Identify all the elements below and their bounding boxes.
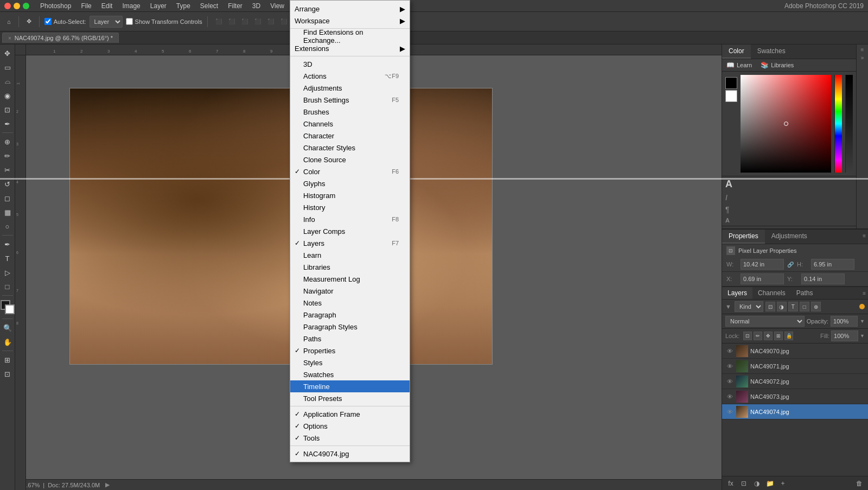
blend-mode-select[interactable]: Normal	[725, 316, 805, 327]
menu-application-frame[interactable]: ✓ Application Frame	[290, 408, 410, 420]
tab-adjustments[interactable]: Adjustments	[765, 230, 814, 244]
menu-notes[interactable]: Notes	[290, 297, 410, 309]
filter-type-btn[interactable]: T	[788, 302, 798, 311]
menu-paragraph-styles[interactable]: Paragraph Styles	[290, 321, 410, 333]
menu-styles[interactable]: Styles	[290, 357, 410, 368]
menu-tools[interactable]: ✓ Tools	[290, 432, 410, 444]
align-top-button[interactable]: ⬛	[252, 16, 264, 28]
zoom-tool[interactable]: 🔍	[1, 321, 14, 334]
fg-bg-color[interactable]	[1, 300, 15, 314]
layers-menu-icon[interactable]: ≡	[860, 287, 868, 299]
move-tool[interactable]: ✥	[1, 47, 14, 60]
opacity-input[interactable]	[831, 316, 858, 327]
marquee-tool[interactable]: ▭	[1, 61, 14, 74]
hand-tool[interactable]: ✋	[1, 335, 14, 348]
menu-layer-comps[interactable]: Layer Comps	[290, 225, 410, 237]
close-button[interactable]	[4, 3, 11, 9]
menu-paths[interactable]: Paths	[290, 333, 410, 345]
show-transform-checkbox[interactable]	[126, 18, 133, 25]
status-arrow[interactable]: ▶	[105, 481, 110, 488]
tab-swatches[interactable]: Swatches	[751, 44, 792, 59]
menu-find-extensions[interactable]: Find Extensions on Exchange...	[290, 30, 410, 42]
menu-measurement-log[interactable]: Measurement Log	[290, 273, 410, 285]
align-right-button[interactable]: ⬛	[239, 16, 251, 28]
spectrum-hue-bar[interactable]	[834, 75, 842, 173]
menu-file[interactable]: File	[76, 1, 95, 11]
auto-select-checkbox[interactable]	[44, 18, 52, 25]
layer-item-3[interactable]: 👁 NAC49073.jpg	[722, 389, 868, 404]
link-icon[interactable]: 🔗	[787, 262, 794, 268]
align-left-button[interactable]: ⬛	[213, 16, 225, 28]
menu-channels[interactable]: Channels	[290, 118, 410, 130]
menu-3d[interactable]: 3D	[248, 1, 265, 11]
background-swatch[interactable]	[725, 90, 737, 102]
layer-mask-btn[interactable]: ⊡	[738, 478, 749, 489]
layer-item-0[interactable]: 👁 NAC49070.jpg	[722, 343, 868, 359]
path-select-tool[interactable]: ▷	[1, 266, 14, 279]
x-input[interactable]	[741, 273, 784, 284]
learn-button[interactable]: 📖 Learn	[726, 61, 752, 69]
opacity-chevron[interactable]: ▼	[860, 319, 865, 324]
menu-history[interactable]: History	[290, 201, 410, 213]
tab-channels[interactable]: Channels	[752, 287, 791, 299]
menu-timeline[interactable]: Timeline	[290, 380, 410, 392]
properties-menu-icon[interactable]: ≡	[860, 230, 868, 244]
background-color[interactable]	[5, 304, 15, 314]
menu-brushes[interactable]: Brushes	[290, 106, 410, 118]
layers-menu-btn[interactable]: ≡	[863, 290, 866, 296]
brush-tool[interactable]: ✏	[1, 149, 14, 162]
menu-select[interactable]: Select	[196, 1, 222, 11]
spectrum-alpha-bar[interactable]	[845, 75, 853, 173]
lasso-tool[interactable]: ⌓	[1, 75, 14, 88]
extra-tool-2[interactable]: ⊡	[1, 367, 14, 380]
filter-pixel-btn[interactable]: ⊡	[765, 302, 775, 311]
menu-libraries[interactable]: Libraries	[290, 261, 410, 273]
tab-paths[interactable]: Paths	[791, 287, 819, 299]
menu-learn[interactable]: Learn	[290, 249, 410, 261]
panel-collapse-icon[interactable]: »	[861, 55, 864, 61]
menu-clone-source[interactable]: Clone Source	[290, 154, 410, 166]
layer-folder-btn[interactable]: 📁	[764, 478, 775, 489]
lock-paint-btn[interactable]: ✏	[754, 332, 762, 340]
quick-select-tool[interactable]: ◉	[1, 89, 14, 102]
align-bottom-button[interactable]: ⬛	[278, 16, 290, 28]
menu-options[interactable]: ✓ Options	[290, 420, 410, 432]
menu-actions[interactable]: Actions ⌥F9	[290, 70, 410, 82]
extra-tool-1[interactable]: ⊞	[1, 353, 14, 366]
layer-fx-btn[interactable]: fx	[725, 478, 736, 489]
lock-position-btn[interactable]: ✥	[764, 332, 773, 340]
menu-info[interactable]: Info F8	[290, 213, 410, 225]
properties-menu-btn[interactable]: ≡	[863, 233, 866, 239]
menu-layers[interactable]: ✓ Layers F7	[290, 237, 410, 249]
menu-glyphs[interactable]: Glyphs	[290, 177, 410, 189]
tab-close-icon[interactable]: ×	[8, 35, 11, 41]
filter-adjustment-btn[interactable]: ◑	[777, 302, 787, 311]
layer-eye-0[interactable]: 👁	[725, 347, 734, 355]
menu-arrange[interactable]: Arrange ▶	[290, 3, 410, 15]
maximize-button[interactable]	[23, 3, 29, 9]
shape-tool[interactable]: □	[1, 280, 14, 293]
y-input[interactable]	[801, 273, 845, 284]
dodge-tool[interactable]: ○	[1, 220, 14, 233]
lock-artboard-btn[interactable]: ⊞	[774, 332, 783, 340]
width-input[interactable]	[741, 259, 784, 270]
lock-all-btn[interactable]: 🔒	[784, 332, 793, 340]
menu-histogram[interactable]: Histogram	[290, 189, 410, 201]
eraser-tool[interactable]: ◻	[1, 192, 14, 205]
menu-tool-presets[interactable]: Tool Presets	[290, 392, 410, 404]
layer-eye-3[interactable]: 👁	[725, 392, 734, 401]
menu-photoshop[interactable]: Photoshop	[36, 1, 75, 11]
healing-tool[interactable]: ⊕	[1, 135, 14, 148]
menu-image[interactable]: Image	[118, 1, 144, 11]
crop-tool[interactable]: ⊡	[1, 103, 14, 116]
menu-extensions[interactable]: Extensions ▶	[290, 42, 410, 54]
gradient-tool[interactable]: ▦	[1, 206, 14, 219]
menu-filter[interactable]: Filter	[224, 1, 247, 11]
menu-color[interactable]: ✓ Color F6	[290, 166, 410, 177]
doc-tab[interactable]: × NAC49074.jpg @ 66.7% (RGB/16°) *	[2, 33, 119, 43]
tab-properties[interactable]: Properties	[722, 230, 765, 244]
layer-item-4[interactable]: 👁 NAC49074.jpg	[722, 404, 868, 419]
menu-paragraph[interactable]: Paragraph	[290, 309, 410, 321]
layer-eye-1[interactable]: 👁	[725, 362, 734, 371]
menu-nac-file[interactable]: ✓ NAC49074.jpg	[290, 448, 410, 460]
